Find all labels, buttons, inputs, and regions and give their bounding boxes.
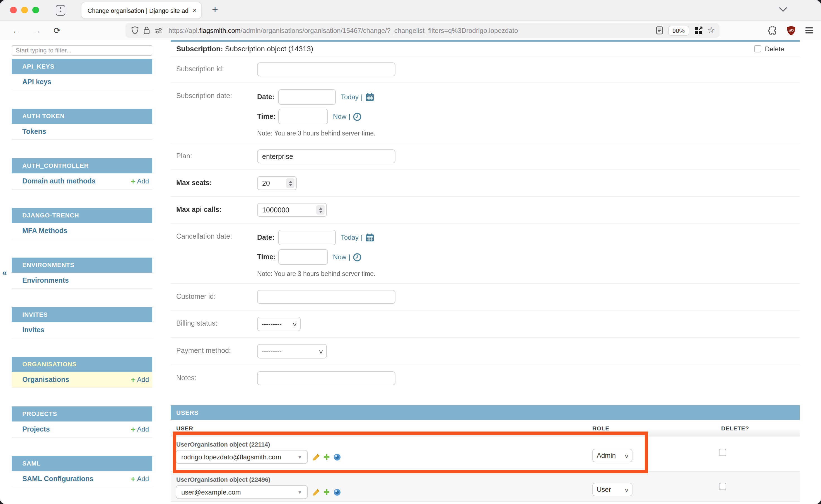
subscription-id-input[interactable]: [257, 62, 395, 76]
sidebar-item-projects[interactable]: Projects+Add: [12, 421, 152, 437]
cancellation-date-input[interactable]: [278, 230, 336, 245]
customer-id-input[interactable]: [257, 290, 395, 304]
payment-method-select[interactable]: ---------v: [257, 344, 327, 358]
sidebar-item-organisations[interactable]: Organisations+Add: [12, 372, 152, 388]
add-link[interactable]: +Add: [131, 425, 149, 433]
back-button[interactable]: ←: [12, 26, 21, 35]
user-email-select[interactable]: user@example.com▼: [176, 485, 308, 499]
add-link[interactable]: +Add: [131, 475, 149, 483]
now-link[interactable]: Now: [333, 253, 346, 261]
sidebar-section-header: API_KEYS: [12, 59, 152, 74]
billing-status-select[interactable]: ---------v: [257, 317, 301, 331]
url-text[interactable]: https://api.flagsmith.com/admin/organisa…: [168, 26, 656, 34]
user-email-select[interactable]: rodrigo.lopezdato@flagsmith.com▼: [176, 450, 308, 464]
close-window-button[interactable]: [10, 7, 17, 13]
form-row-cancellation-date: Cancellation date: Date: Today | Time:: [171, 224, 800, 284]
sidebar-item-domain-auth-methods[interactable]: Domain auth methods+Add: [12, 173, 152, 189]
number-stepper[interactable]: [316, 205, 324, 215]
ublock-origin-icon[interactable]: uO: [786, 25, 796, 35]
form-row-notes: Notes:: [171, 365, 800, 391]
tracking-shield-icon[interactable]: [131, 26, 139, 35]
calendar-icon[interactable]: [365, 93, 374, 101]
sidebar-item-tokens[interactable]: Tokens: [12, 123, 152, 140]
notes-input[interactable]: [257, 371, 395, 385]
zoom-window-button[interactable]: [32, 7, 39, 13]
calendar-icon[interactable]: [365, 233, 374, 242]
zoom-level-button[interactable]: 90%: [668, 25, 689, 35]
sidebar-item-link[interactable]: Domain auth methods: [22, 177, 96, 185]
delete-row-checkbox[interactable]: [719, 483, 726, 490]
column-header-delete: DELETE?: [721, 425, 749, 432]
lock-icon[interactable]: [143, 26, 150, 35]
now-link[interactable]: Now: [333, 113, 346, 120]
sidebar-section-title: AUTH TOKEN: [22, 113, 65, 119]
delete-checkbox[interactable]: [754, 45, 762, 52]
clock-icon[interactable]: [353, 253, 361, 261]
sidebar-item-link[interactable]: Organisations: [22, 375, 69, 383]
sidebar-item-link[interactable]: MFA Methods: [22, 227, 67, 234]
role-select[interactable]: Userv: [592, 483, 633, 496]
edit-pencil-icon[interactable]: [312, 488, 320, 496]
field-label: Notes:: [171, 371, 257, 385]
tab-close-icon[interactable]: ×: [193, 7, 197, 14]
view-eye-icon[interactable]: [333, 453, 341, 461]
browser-tab[interactable]: Change organisation | Django site ad ×: [81, 2, 201, 18]
add-link[interactable]: +Add: [131, 177, 149, 185]
sidebar-section-title: PROJECTS: [22, 410, 57, 417]
tiles-shortcut-icon[interactable]: [694, 26, 703, 35]
sidebar-item-link[interactable]: Invites: [22, 326, 44, 334]
sidebar-item-link[interactable]: API keys: [22, 78, 51, 86]
reader-mode-icon[interactable]: [656, 26, 663, 35]
permissions-icon[interactable]: [154, 27, 163, 34]
menu-hamburger-icon[interactable]: [805, 27, 813, 34]
extensions-puzzle-icon[interactable]: [767, 26, 777, 35]
field-label: Max api calls:: [171, 203, 257, 217]
sidebar-item-link[interactable]: Projects: [22, 425, 50, 433]
add-plus-icon[interactable]: [323, 488, 330, 496]
role-select[interactable]: Adminv: [592, 449, 633, 462]
sidebar-item-link[interactable]: Environments: [22, 276, 69, 284]
user-object-label: UserOrganisation object (23222): [171, 502, 800, 504]
sidebar-item-link[interactable]: SAML Configurations: [22, 475, 93, 483]
number-stepper[interactable]: [286, 178, 294, 188]
add-link[interactable]: +Add: [131, 375, 149, 383]
today-link[interactable]: Today: [341, 93, 358, 101]
sidebar-section-title: AUTH_CONTROLLER: [22, 162, 89, 169]
tab-title: Change organisation | Django site ad: [88, 7, 190, 14]
field-label: Max seats:: [171, 176, 257, 190]
edit-pencil-icon[interactable]: [312, 453, 320, 461]
cancellation-time-input[interactable]: [278, 249, 328, 265]
clock-icon[interactable]: [353, 112, 361, 121]
new-tab-button[interactable]: +: [212, 3, 218, 16]
browser-window: Change organisation | Django site ad × +…: [0, 0, 821, 504]
sidebar-section-header: PROJECTS: [12, 406, 152, 421]
add-plus-icon[interactable]: [323, 453, 330, 461]
sidebar-item-environments[interactable]: Environments: [12, 272, 152, 289]
bookmark-star-icon[interactable]: ☆: [708, 26, 715, 34]
tab-overflow-chevron-icon[interactable]: [779, 7, 788, 12]
sidebar-spacer: [12, 487, 152, 502]
user-row-partial: UserOrganisation object (23222): [171, 501, 800, 504]
sidebar-section-header: INVITES: [12, 307, 152, 322]
sidebar-collapse-button[interactable]: «: [2, 268, 7, 277]
today-link[interactable]: Today: [341, 234, 358, 241]
reload-button[interactable]: ⟳: [54, 26, 60, 35]
subscription-time-input[interactable]: [278, 109, 328, 124]
field-label: Subscription date:: [171, 89, 257, 137]
sidebar-item-invites[interactable]: Invites: [12, 322, 152, 338]
sidebar-item-api-keys[interactable]: API keys: [12, 74, 152, 90]
plan-input[interactable]: [257, 149, 395, 163]
forward-button[interactable]: →: [33, 26, 41, 35]
subscription-date-input[interactable]: [278, 89, 336, 105]
sidebar-spacer: [12, 289, 152, 304]
sidebar-filter-input[interactable]: [12, 45, 152, 55]
sidebar-item-link[interactable]: Tokens: [22, 127, 46, 135]
url-bar[interactable]: https://api.flagsmith.com/admin/organisa…: [125, 23, 720, 38]
delete-row-checkbox[interactable]: [719, 449, 726, 456]
minimize-window-button[interactable]: [21, 7, 28, 13]
sidebar-item-mfa-methods[interactable]: MFA Methods: [12, 223, 152, 239]
sidebar-item-saml-configurations[interactable]: SAML Configurations+Add: [12, 471, 152, 487]
sidebar-toggle-icon[interactable]: [56, 5, 65, 15]
user-object-label: UserOrganisation object (22496): [171, 472, 800, 483]
view-eye-icon[interactable]: [333, 488, 341, 496]
